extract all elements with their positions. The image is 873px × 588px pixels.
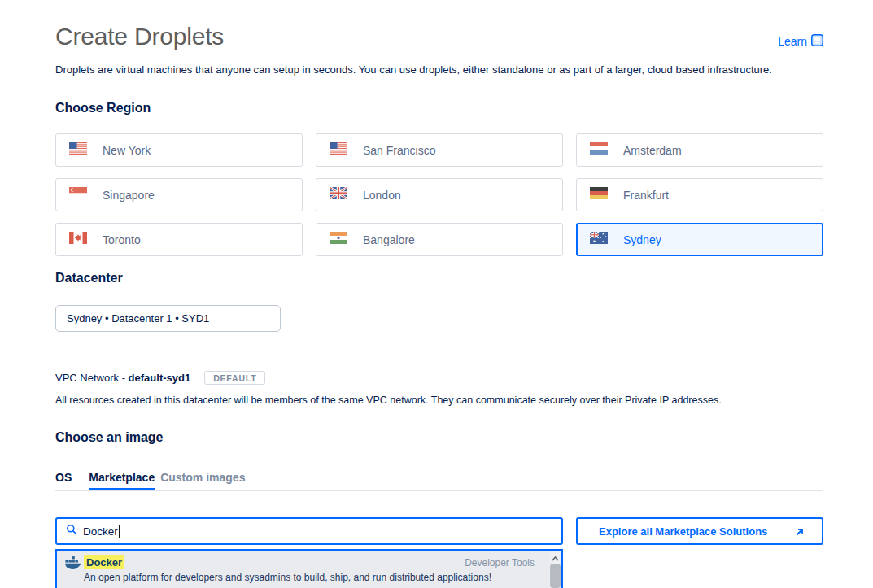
marketplace-search-input[interactable]: Docker	[55, 517, 563, 545]
choose-image-heading: Choose an image	[55, 430, 163, 445]
region-card-singapore[interactable]: Singapore	[55, 178, 303, 211]
region-card-new-york[interactable]: New York	[55, 133, 303, 167]
result-name-highlighted: Docker	[84, 555, 124, 569]
search-input-value: Docker	[83, 525, 118, 538]
region-label: Toronto	[103, 233, 141, 246]
chevron-up-icon	[552, 550, 559, 564]
de-flag-icon	[590, 187, 608, 203]
nl-flag-icon	[590, 142, 608, 158]
datacenter-value: Sydney • Datacenter 1 • SYD1	[67, 312, 209, 324]
region-label: London	[363, 189, 401, 202]
gb-flag-icon	[330, 187, 347, 203]
explore-marketplace-button[interactable]: Explore all Marketplace Solutions	[576, 517, 823, 545]
region-label: Amsterdam	[623, 144, 682, 157]
in-flag-icon	[330, 232, 347, 247]
search-result-docker[interactable]: Docker Developer Tools An open platform …	[57, 551, 561, 588]
sg-flag-icon	[69, 187, 87, 203]
vpc-network-row: VPC Network - default-syd1 DEFAULT	[55, 371, 265, 385]
page-title: Create Droplets	[55, 23, 224, 50]
region-grid: New York San Francisco Amsterdam Singapo…	[55, 133, 823, 256]
result-category: Developer Tools	[465, 557, 535, 568]
tab-os[interactable]: OS	[55, 471, 72, 490]
region-card-frankfurt[interactable]: Frankfurt	[576, 178, 823, 211]
region-card-sydney[interactable]: Sydney	[576, 223, 823, 256]
vpc-description: All resources created in this datacenter…	[55, 394, 722, 406]
region-card-london[interactable]: London	[316, 178, 563, 211]
tab-marketplace[interactable]: Marketplace	[89, 471, 155, 490]
page-subtitle: Droplets are virtual machines that anyon…	[55, 63, 772, 76]
region-label: New York	[103, 144, 151, 157]
region-card-amsterdam[interactable]: Amsterdam	[576, 133, 823, 167]
scroll-up-button[interactable]	[549, 551, 561, 563]
result-name-row: Docker	[84, 555, 124, 569]
text-caret	[119, 525, 120, 538]
learn-link-label: Learn	[778, 35, 807, 48]
tab-custom-images[interactable]: Custom images	[160, 471, 245, 490]
region-label: Singapore	[103, 189, 155, 202]
default-badge: DEFAULT	[204, 371, 265, 385]
explore-marketplace-label: Explore all Marketplace Solutions	[599, 525, 767, 538]
region-card-toronto[interactable]: Toronto	[55, 223, 303, 256]
region-label: Bangalore	[363, 233, 415, 246]
datacenter-heading: Datacenter	[55, 271, 123, 285]
choose-region-heading: Choose Region	[55, 101, 151, 115]
us-flag-icon	[69, 142, 87, 158]
region-card-san-francisco[interactable]: San Francisco	[316, 133, 563, 167]
vpc-network-name: default-syd1	[129, 372, 191, 384]
region-label: Sydney	[623, 233, 661, 246]
search-results-dropdown: Docker Developer Tools An open platform …	[55, 549, 563, 588]
region-label: Frankfurt	[623, 189, 669, 202]
ca-flag-icon	[69, 232, 87, 247]
image-tabs: OS Marketplace Custom images	[55, 471, 823, 491]
result-description: An open platform for developers and sysa…	[84, 572, 491, 583]
learn-link[interactable]: Learn	[778, 34, 823, 49]
external-link-arrow-icon	[795, 527, 805, 539]
vpc-network-label: VPC Network -	[55, 372, 125, 384]
us-flag-icon	[330, 142, 347, 158]
datacenter-select[interactable]: Sydney • Datacenter 1 • SYD1	[55, 305, 281, 332]
doc-panel-icon	[811, 34, 823, 49]
au-flag-icon	[590, 232, 608, 247]
region-card-bangalore[interactable]: Bangalore	[316, 223, 563, 256]
scrollbar-thumb[interactable]	[550, 564, 561, 588]
results-scrollbar[interactable]	[549, 551, 561, 588]
search-icon	[66, 524, 77, 538]
docker-whale-icon	[65, 556, 81, 573]
region-label: San Francisco	[363, 144, 435, 157]
